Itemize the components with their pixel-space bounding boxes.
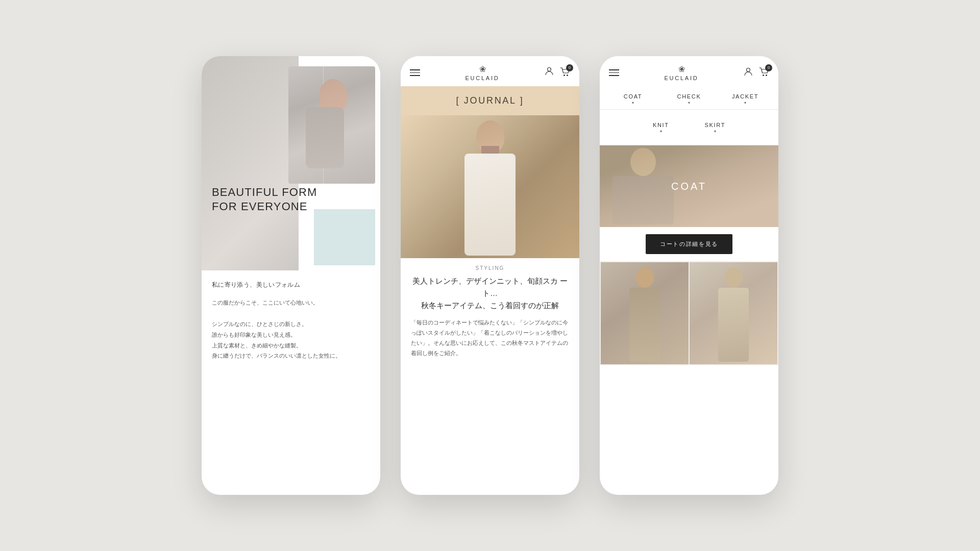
phone3-cart-badge: 0 <box>765 64 772 71</box>
phone2-header: ❀ EUCLAID <box>401 56 579 86</box>
phone1-description: 私に寄り添う、美しいフォルム この服だからこそ、ここにいて心地いい。 シンプルな… <box>202 270 380 361</box>
phone3-coat-label: COAT <box>671 181 707 192</box>
nav-item-jacket[interactable]: JACKET ▾ <box>717 86 773 109</box>
phone2-article-title: 美人トレンチ、デザインニット、旬顔スカ ート… 秋冬キーアイテム、こう着回すのが… <box>411 275 569 312</box>
phone2-nav-icons: 0 <box>545 67 570 79</box>
phone2-article-section: STYLING 美人トレンチ、デザインニット、旬顔スカ ート… 秋冬キーアイテム… <box>401 258 579 366</box>
phone2-person-icon[interactable] <box>545 67 554 79</box>
phone2-category: STYLING <box>411 265 569 271</box>
phone1-tagline: 私に寄り添う、美しいフォルム <box>212 281 370 289</box>
phone2-journal-banner: [ JOURNAL ] <box>401 86 579 115</box>
phone3-header: ❀ EUCLAID <box>600 56 778 86</box>
phone3-logo-text: EUCLAID <box>665 75 699 81</box>
nav-label-knit: KNIT <box>653 122 669 128</box>
hamburger-line-1 <box>609 69 619 70</box>
phone1-top-images: BEAUTIFUL FORM FOR EVERYONE <box>202 56 380 270</box>
nav-label-coat: COAT <box>607 93 658 99</box>
phone3-thumb-2 <box>690 262 777 364</box>
phone3-nav-row1: COAT ▾ CHECK ▾ JACKET ▾ <box>600 86 778 110</box>
phone-3: ❀ EUCLAID <box>600 56 778 495</box>
svg-point-3 <box>747 68 750 71</box>
phone-2: ❀ EUCLAID <box>401 56 579 495</box>
nav-item-skirt[interactable]: SKIRT ▾ <box>702 115 728 138</box>
phone2-logo: ❀ EUCLAID <box>420 64 545 81</box>
svg-point-0 <box>548 68 551 71</box>
svg-point-4 <box>763 74 764 76</box>
phone3-menu-icon[interactable] <box>609 69 619 76</box>
svg-point-2 <box>567 74 568 76</box>
phone-1: BEAUTIFUL FORM FOR EVERYONE 私に寄り添う、美しいフォ… <box>202 56 380 495</box>
phone2-menu-icon[interactable] <box>410 69 420 76</box>
hamburger-line-3 <box>609 75 619 76</box>
logo-flower-icon-3: ❀ <box>678 64 685 74</box>
nav-label-skirt: SKIRT <box>705 122 725 128</box>
phone3-logo: ❀ EUCLAID <box>619 64 744 81</box>
phone2-content: ❀ EUCLAID <box>401 56 579 495</box>
nav-label-jacket: JACKET <box>720 93 771 99</box>
phones-container: BEAUTIFUL FORM FOR EVERYONE 私に寄り添う、美しいフォ… <box>202 56 778 495</box>
nav-label-check: CHECK <box>664 93 715 99</box>
phone3-cart-icon[interactable]: 0 <box>759 67 769 79</box>
phone1-body-text: この服だからこそ、ここにいて心地いい。 シンプルなのに、ひとさじの新しさ。 誰か… <box>212 297 370 361</box>
phone3-cta-area: コートの詳細を見る <box>600 227 778 261</box>
phone3-cta-button[interactable]: コートの詳細を見る <box>646 234 732 254</box>
phone2-main-image <box>401 115 579 258</box>
phone3-bottom-images <box>600 261 778 365</box>
phone1-teal-block <box>314 209 375 265</box>
phone3-thumb-1 <box>601 262 689 364</box>
svg-point-5 <box>766 74 767 76</box>
phone3-person-icon[interactable] <box>744 67 753 79</box>
phone2-cart-icon[interactable]: 0 <box>560 67 570 79</box>
phone3-nav-icons: 0 <box>744 67 769 79</box>
phone1-content: BEAUTIFUL FORM FOR EVERYONE 私に寄り添う、美しいフォ… <box>202 56 380 495</box>
journal-title: [ JOURNAL ] <box>410 95 570 106</box>
nav-item-check[interactable]: CHECK ▾ <box>661 86 717 109</box>
nav-item-knit[interactable]: KNIT ▾ <box>650 115 672 138</box>
logo-flower-icon: ❀ <box>479 64 486 74</box>
phone1-hero-text: BEAUTIFUL FORM FOR EVERYONE <box>212 185 317 214</box>
phone1-portrait-image <box>288 66 375 184</box>
nav-item-coat[interactable]: COAT ▾ <box>605 86 661 109</box>
phone3-coat-image: COAT <box>600 145 778 227</box>
phone3-content: ❀ EUCLAID <box>600 56 778 495</box>
phone1-bg-texture <box>202 56 299 270</box>
hamburger-line-1 <box>410 69 420 70</box>
phone2-article-body: 「毎日のコーディネートで悩みたくない」「シンプルなのに今っぽいスタイルがしたい」… <box>411 318 569 359</box>
phone2-logo-text: EUCLAID <box>465 75 500 81</box>
phone3-nav-row2: KNIT ▾ SKIRT ▾ <box>600 110 778 145</box>
hamburger-line-3 <box>410 75 420 76</box>
phone2-cart-badge: 0 <box>566 64 573 71</box>
svg-point-1 <box>564 74 565 76</box>
hamburger-line-2 <box>410 72 420 73</box>
hamburger-line-2 <box>609 72 619 73</box>
